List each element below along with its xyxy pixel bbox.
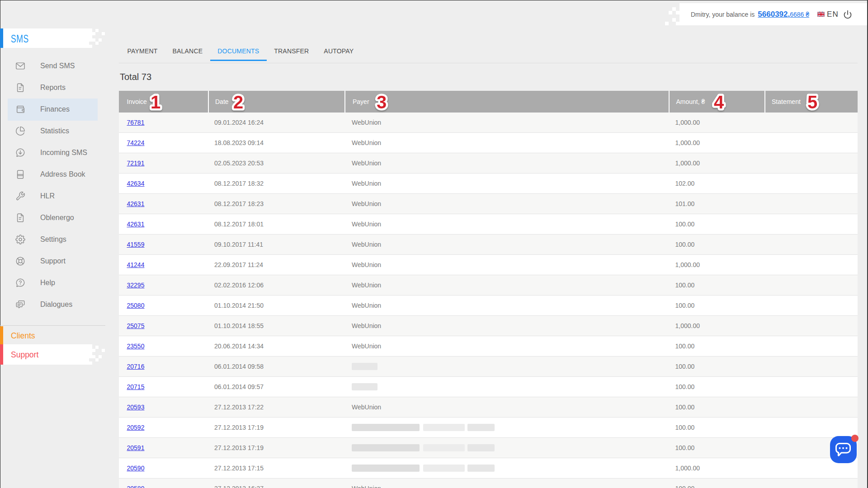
svg-text:1: 1 [151, 92, 160, 112]
svg-text:2: 2 [233, 92, 243, 112]
svg-text:5: 5 [807, 92, 817, 112]
svg-text:3: 3 [376, 92, 386, 112]
svg-text:4: 4 [714, 92, 724, 112]
